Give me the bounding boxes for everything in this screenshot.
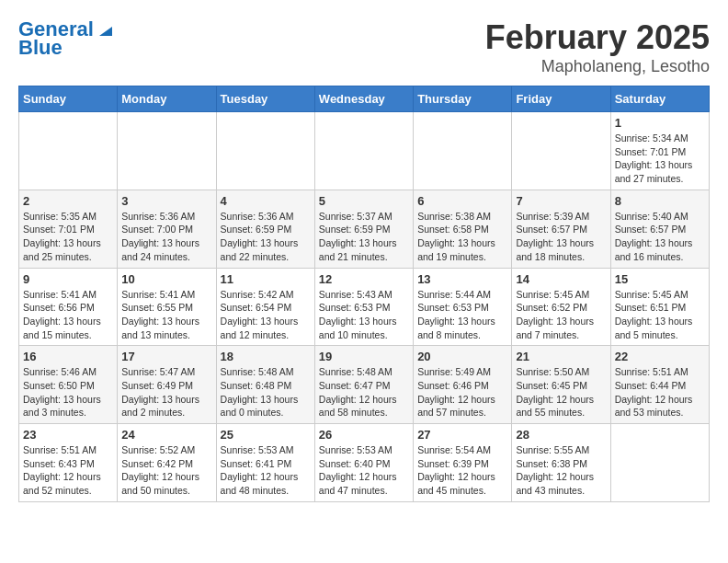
day-info: Sunrise: 5:39 AM Sunset: 6:57 PM Dayligh… — [516, 210, 606, 264]
day-info: Sunrise: 5:37 AM Sunset: 6:59 PM Dayligh… — [319, 210, 409, 264]
svg-marker-0 — [99, 27, 112, 36]
month-title: February 2025 — [485, 18, 710, 57]
day-info: Sunrise: 5:40 AM Sunset: 6:57 PM Dayligh… — [615, 210, 705, 264]
calendar-day-28: 28Sunrise: 5:55 AM Sunset: 6:38 PM Dayli… — [512, 424, 610, 502]
day-info: Sunrise: 5:51 AM Sunset: 6:44 PM Dayligh… — [615, 365, 705, 419]
calendar-day-16: 16Sunrise: 5:46 AM Sunset: 6:50 PM Dayli… — [19, 346, 118, 424]
day-info: Sunrise: 5:54 AM Sunset: 6:39 PM Dayligh… — [417, 443, 507, 498]
day-number: 11 — [221, 272, 311, 286]
day-number: 2 — [23, 194, 113, 208]
day-number: 18 — [221, 350, 311, 363]
location-title: Mapholaneng, Lesotho — [485, 57, 710, 76]
calendar-day-10: 10Sunrise: 5:41 AM Sunset: 6:55 PM Dayli… — [118, 268, 216, 346]
calendar-day-14: 14Sunrise: 5:45 AM Sunset: 6:52 PM Dayli… — [512, 268, 610, 346]
calendar-day-22: 22Sunrise: 5:51 AM Sunset: 6:44 PM Dayli… — [610, 346, 709, 424]
calendar-day-2: 2Sunrise: 5:35 AM Sunset: 7:01 PM Daylig… — [19, 190, 118, 268]
weekday-header-monday: Monday — [118, 86, 216, 112]
day-info: Sunrise: 5:36 AM Sunset: 6:59 PM Dayligh… — [221, 210, 311, 264]
day-info: Sunrise: 5:44 AM Sunset: 6:53 PM Dayligh… — [417, 288, 507, 342]
day-number: 19 — [319, 350, 409, 363]
day-info: Sunrise: 5:35 AM Sunset: 7:01 PM Dayligh… — [23, 210, 113, 264]
empty-cell — [19, 112, 118, 190]
empty-cell — [314, 112, 413, 190]
calendar-week-4: 16Sunrise: 5:46 AM Sunset: 6:50 PM Dayli… — [19, 346, 710, 424]
day-info: Sunrise: 5:48 AM Sunset: 6:48 PM Dayligh… — [221, 365, 311, 419]
weekday-header-thursday: Thursday — [414, 86, 512, 112]
day-info: Sunrise: 5:53 AM Sunset: 6:41 PM Dayligh… — [221, 443, 311, 498]
day-info: Sunrise: 5:51 AM Sunset: 6:43 PM Dayligh… — [23, 443, 113, 498]
day-info: Sunrise: 5:41 AM Sunset: 6:55 PM Dayligh… — [121, 288, 211, 342]
calendar-day-7: 7Sunrise: 5:39 AM Sunset: 6:57 PM Daylig… — [512, 190, 610, 268]
calendar-week-2: 2Sunrise: 5:35 AM Sunset: 7:01 PM Daylig… — [19, 190, 710, 268]
calendar-day-19: 19Sunrise: 5:48 AM Sunset: 6:47 PM Dayli… — [314, 346, 413, 424]
day-number: 9 — [23, 272, 113, 286]
empty-cell — [610, 424, 709, 502]
logo-blue-text: Blue — [18, 37, 63, 59]
weekday-header-row: SundayMondayTuesdayWednesdayThursdayFrid… — [19, 86, 710, 112]
logo-icon — [96, 19, 112, 36]
calendar-day-6: 6Sunrise: 5:38 AM Sunset: 6:58 PM Daylig… — [414, 190, 512, 268]
day-number: 28 — [516, 428, 606, 442]
calendar-week-3: 9Sunrise: 5:41 AM Sunset: 6:56 PM Daylig… — [19, 268, 710, 346]
calendar-week-5: 23Sunrise: 5:51 AM Sunset: 6:43 PM Dayli… — [19, 424, 710, 502]
day-info: Sunrise: 5:49 AM Sunset: 6:46 PM Dayligh… — [417, 365, 507, 419]
day-number: 26 — [319, 428, 409, 442]
day-number: 22 — [615, 350, 705, 363]
day-info: Sunrise: 5:41 AM Sunset: 6:56 PM Dayligh… — [23, 288, 113, 342]
day-number: 14 — [516, 272, 606, 286]
weekday-header-sunday: Sunday — [19, 86, 118, 112]
day-info: Sunrise: 5:46 AM Sunset: 6:50 PM Dayligh… — [23, 365, 113, 419]
weekday-header-saturday: Saturday — [610, 86, 709, 112]
day-number: 23 — [23, 428, 113, 442]
calendar-day-26: 26Sunrise: 5:53 AM Sunset: 6:40 PM Dayli… — [314, 424, 413, 502]
calendar-day-12: 12Sunrise: 5:43 AM Sunset: 6:53 PM Dayli… — [314, 268, 413, 346]
empty-cell — [512, 112, 610, 190]
day-info: Sunrise: 5:42 AM Sunset: 6:54 PM Dayligh… — [221, 288, 311, 342]
title-block: February 2025 Mapholaneng, Lesotho — [485, 18, 710, 76]
empty-cell — [216, 112, 314, 190]
day-info: Sunrise: 5:55 AM Sunset: 6:38 PM Dayligh… — [516, 443, 606, 498]
calendar-day-18: 18Sunrise: 5:48 AM Sunset: 6:48 PM Dayli… — [216, 346, 314, 424]
calendar-day-5: 5Sunrise: 5:37 AM Sunset: 6:59 PM Daylig… — [314, 190, 413, 268]
day-info: Sunrise: 5:52 AM Sunset: 6:42 PM Dayligh… — [121, 443, 211, 498]
calendar-week-1: 1Sunrise: 5:34 AM Sunset: 7:01 PM Daylig… — [19, 112, 710, 190]
day-number: 24 — [121, 428, 211, 442]
day-number: 7 — [516, 194, 606, 208]
calendar-day-3: 3Sunrise: 5:36 AM Sunset: 7:00 PM Daylig… — [118, 190, 216, 268]
calendar-day-27: 27Sunrise: 5:54 AM Sunset: 6:39 PM Dayli… — [414, 424, 512, 502]
empty-cell — [414, 112, 512, 190]
day-info: Sunrise: 5:47 AM Sunset: 6:49 PM Dayligh… — [121, 365, 211, 419]
day-number: 13 — [417, 272, 507, 286]
calendar-day-8: 8Sunrise: 5:40 AM Sunset: 6:57 PM Daylig… — [610, 190, 709, 268]
day-info: Sunrise: 5:53 AM Sunset: 6:40 PM Dayligh… — [319, 443, 409, 498]
weekday-header-tuesday: Tuesday — [216, 86, 314, 112]
weekday-header-wednesday: Wednesday — [314, 86, 413, 112]
calendar-day-20: 20Sunrise: 5:49 AM Sunset: 6:46 PM Dayli… — [414, 346, 512, 424]
page-header: General Blue February 2025 Mapholaneng, … — [18, 18, 710, 76]
calendar-day-1: 1Sunrise: 5:34 AM Sunset: 7:01 PM Daylig… — [610, 112, 709, 190]
calendar-day-25: 25Sunrise: 5:53 AM Sunset: 6:41 PM Dayli… — [216, 424, 314, 502]
calendar-day-17: 17Sunrise: 5:47 AM Sunset: 6:49 PM Dayli… — [118, 346, 216, 424]
day-number: 21 — [516, 350, 606, 363]
day-number: 15 — [615, 272, 705, 286]
calendar-day-23: 23Sunrise: 5:51 AM Sunset: 6:43 PM Dayli… — [19, 424, 118, 502]
day-info: Sunrise: 5:48 AM Sunset: 6:47 PM Dayligh… — [319, 365, 409, 419]
day-info: Sunrise: 5:36 AM Sunset: 7:00 PM Dayligh… — [121, 210, 211, 264]
calendar-day-15: 15Sunrise: 5:45 AM Sunset: 6:51 PM Dayli… — [610, 268, 709, 346]
calendar-table: SundayMondayTuesdayWednesdayThursdayFrid… — [18, 86, 710, 502]
day-number: 6 — [417, 194, 507, 208]
day-number: 20 — [417, 350, 507, 363]
day-number: 27 — [417, 428, 507, 442]
day-number: 1 — [615, 116, 705, 130]
logo: General Blue — [18, 18, 112, 59]
day-number: 16 — [23, 350, 113, 363]
day-number: 25 — [221, 428, 311, 442]
calendar-day-11: 11Sunrise: 5:42 AM Sunset: 6:54 PM Dayli… — [216, 268, 314, 346]
day-number: 12 — [319, 272, 409, 286]
day-info: Sunrise: 5:50 AM Sunset: 6:45 PM Dayligh… — [516, 365, 606, 419]
day-number: 4 — [221, 194, 311, 208]
empty-cell — [118, 112, 216, 190]
calendar-day-9: 9Sunrise: 5:41 AM Sunset: 6:56 PM Daylig… — [19, 268, 118, 346]
day-info: Sunrise: 5:43 AM Sunset: 6:53 PM Dayligh… — [319, 288, 409, 342]
day-number: 10 — [121, 272, 211, 286]
